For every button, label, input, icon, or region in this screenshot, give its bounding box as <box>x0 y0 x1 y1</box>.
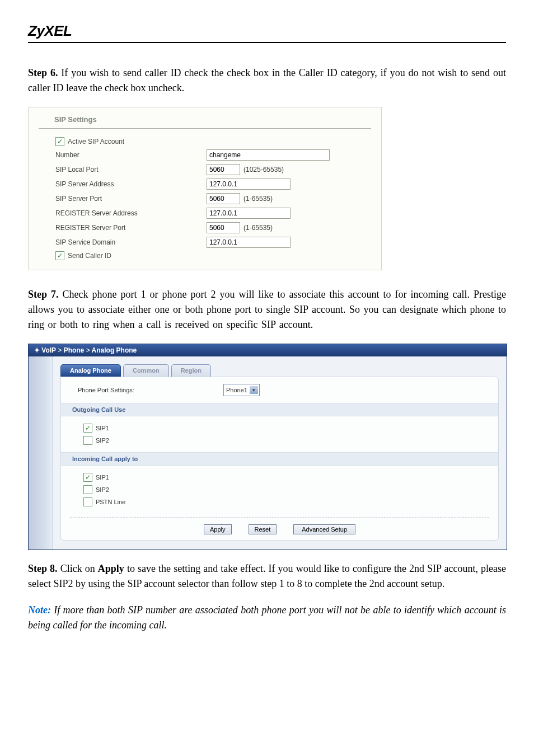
register-server-address-label: REGISTER Server Address <box>55 209 207 217</box>
step6-label: Step 6. <box>28 67 58 78</box>
sip-server-port-input[interactable] <box>207 193 240 204</box>
step7-label: Step 7. <box>28 289 59 300</box>
active-sip-checkbox[interactable]: ✓ <box>55 137 64 146</box>
chevron-down-icon: ▾ <box>250 386 258 394</box>
register-server-port-label: REGISTER Server Port <box>55 224 207 232</box>
tab-analog-phone[interactable]: Analog Phone <box>60 364 121 377</box>
step8-apply-word: Apply <box>98 563 124 574</box>
active-sip-label: Active SIP Account <box>68 138 124 145</box>
advanced-setup-button[interactable]: Advanced Setup <box>293 524 355 534</box>
sip-service-domain-label: SIP Service Domain <box>55 238 207 246</box>
incoming-pstn-checkbox[interactable] <box>83 497 92 506</box>
brand-logo: ZyXEL <box>28 22 506 43</box>
sip-settings-panel: SIP Settings ✓ Active SIP Account Number… <box>28 107 382 270</box>
breadcrumb-sep1: > <box>58 346 62 354</box>
register-server-port-range: (1-65535) <box>243 224 273 232</box>
breadcrumb-sep2: > <box>86 346 90 354</box>
sip-server-port-label: SIP Server Port <box>55 195 207 203</box>
sip-service-domain-input[interactable] <box>207 237 291 248</box>
incoming-pstn-label: PSTN Line <box>96 499 125 505</box>
sip-server-address-label: SIP Server Address <box>55 180 207 188</box>
sip-local-port-label: SIP Local Port <box>55 166 207 173</box>
incoming-sip2-label: SIP2 <box>96 486 109 493</box>
step8-label: Step 8. <box>28 563 58 574</box>
step7-text: Check phone port 1 or phone port 2 you w… <box>28 289 506 330</box>
voip-breadcrumb-bar: ✦ VoIP > Phone > Analog Phone <box>29 344 507 356</box>
reset-button[interactable]: Reset <box>249 524 277 534</box>
breadcrumb-icon: ✦ <box>34 346 40 354</box>
step8-paragraph: Step 8. Click on Apply to save the setti… <box>28 561 506 591</box>
step7-paragraph: Step 7. Check phone port 1 or phone port… <box>28 287 506 332</box>
breadcrumb-phone[interactable]: Phone <box>64 346 85 354</box>
outgoing-sip1-checkbox[interactable]: ✓ <box>83 424 92 433</box>
phone-port-select[interactable]: Phone1 ▾ <box>223 384 260 396</box>
incoming-sip2-checkbox[interactable] <box>83 485 92 494</box>
number-input[interactable] <box>207 149 330 161</box>
sip-settings-title: SIP Settings <box>39 113 371 129</box>
note-label: Note: <box>28 604 51 616</box>
send-caller-id-checkbox[interactable]: ✓ <box>55 251 64 260</box>
voip-tabs: Analog Phone Common Region <box>53 356 507 377</box>
breadcrumb-voip[interactable]: VoIP <box>41 346 56 354</box>
send-caller-id-label: Send Caller ID <box>68 252 111 260</box>
outgoing-header: Outgoing Call Use <box>61 403 498 416</box>
incoming-sip1-label: SIP1 <box>96 474 109 481</box>
note-paragraph: Note: If more than both SIP number are a… <box>28 603 506 633</box>
breadcrumb-analog-phone[interactable]: Analog Phone <box>92 346 137 354</box>
incoming-sip1-checkbox[interactable]: ✓ <box>83 473 92 482</box>
phone-port-label: Phone Port Settings: <box>72 387 223 393</box>
phone-port-value: Phone1 <box>226 387 247 393</box>
outgoing-sip2-checkbox[interactable] <box>83 436 92 445</box>
tab-common[interactable]: Common <box>123 364 169 377</box>
voip-panel: ✦ VoIP > Phone > Analog Phone Analog Pho… <box>28 344 507 550</box>
number-label: Number <box>55 151 207 159</box>
step6-text: If you wish to send caller ID check the … <box>28 67 506 93</box>
tab-region[interactable]: Region <box>171 364 211 377</box>
register-server-address-input[interactable] <box>207 208 291 219</box>
step8-text-a: Click on <box>60 563 98 574</box>
sip-server-address-input[interactable] <box>207 179 291 190</box>
note-text: If more than both SIP number are associa… <box>28 604 506 631</box>
sip-local-port-range: (1025-65535) <box>243 166 284 173</box>
incoming-header: Incoming Call apply to <box>61 452 498 466</box>
sip-local-port-input[interactable] <box>207 164 240 175</box>
sip-server-port-range: (1-65535) <box>243 195 273 203</box>
voip-side-gradient <box>29 356 52 550</box>
outgoing-sip2-label: SIP2 <box>96 437 109 444</box>
step6-paragraph: Step 6. If you wish to send caller ID ch… <box>28 65 506 96</box>
register-server-port-input[interactable] <box>207 222 240 233</box>
apply-button[interactable]: Apply <box>204 524 232 534</box>
outgoing-sip1-label: SIP1 <box>96 425 109 431</box>
